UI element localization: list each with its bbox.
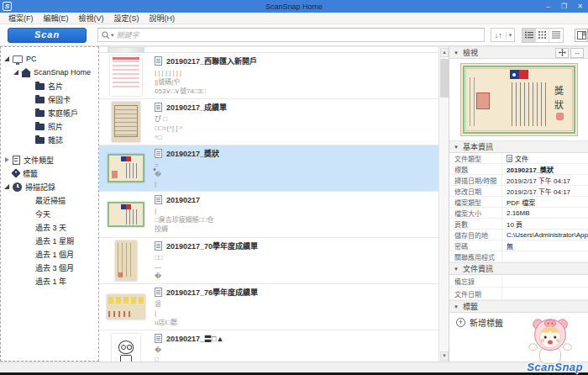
menu-item-edit[interactable]: 編輯(E)	[39, 13, 74, 24]
pan-tool-button[interactable]	[555, 48, 569, 58]
collapse-triangle-icon[interactable]: ▼	[454, 50, 459, 55]
sidebar-folder-household[interactable]: 家庭帳戶	[1, 106, 98, 119]
item-title: 20190217_獎狀	[166, 148, 219, 159]
red-seal-graphic	[476, 92, 490, 109]
sidebar-folder-business-cards[interactable]: 名片	[1, 79, 98, 92]
list-scrollbar[interactable]: ▲ ▼	[438, 47, 449, 362]
menu-item-file[interactable]: 檔案(F)	[3, 13, 39, 24]
sort-caret-icon[interactable]: ▾	[506, 32, 515, 39]
info-value: 2019/2/17 下午 04:17	[501, 186, 588, 196]
document-info-section-header[interactable]: ▼ 文件資訊	[449, 262, 588, 275]
expander-closed-icon[interactable]	[3, 157, 10, 162]
expander-open-icon[interactable]	[13, 70, 19, 75]
item-body: 20190217 | □臭吉珍疲縐賬□□仓 挍縟	[155, 195, 449, 234]
sidebar-folder-magazines[interactable]: 雜誌	[1, 133, 98, 146]
info-label: 關聯應用程式	[449, 252, 501, 261]
scroll-up-icon[interactable]: ▲	[440, 48, 449, 57]
document-preview[interactable]: 獎狀	[449, 59, 588, 140]
item-body: 20190217_西聯匯入新開戶 | | | | | | | | ||號碼|や …	[155, 55, 449, 96]
basic-info-section-header[interactable]: ▼ 基本資訊	[449, 140, 588, 153]
basic-info-table: 文件類型 文件 標題 20190217_獎狀 掃描日期/時間 2019/2/17…	[449, 153, 588, 262]
info-value[interactable]	[501, 275, 588, 287]
view-detail-button[interactable]	[549, 29, 563, 42]
folder-icon	[35, 124, 45, 130]
tags-section-header[interactable]: ▼ 標籤	[449, 300, 588, 313]
sidebar-item-tags[interactable]: 標籤	[1, 166, 98, 180]
add-tag-button[interactable]: + 新增標籤	[449, 313, 588, 331]
titlebar[interactable]: S ScanSnap Home – ❐ ✕	[0, 0, 588, 13]
sidebar-item-scansnap-home[interactable]: ScanSnap Home	[1, 66, 98, 79]
list-item[interactable]: 20190217_西聯匯入新開戶 | | | | | | | | ||號碼|や …	[99, 53, 449, 99]
list-item[interactable]: 20190217_70學年度成績單 □□ — �	[99, 238, 449, 284]
list-item[interactable]: 20190217 | □臭吉珍疲縐賬□□仓 挍縟	[99, 192, 449, 238]
info-value[interactable]	[501, 288, 588, 299]
sidebar-item-past-1-week[interactable]: 過去 1 星期	[1, 234, 98, 247]
restore-button[interactable]: ❐	[556, 0, 572, 13]
document-icon	[155, 241, 162, 251]
preview-section-header[interactable]: ▼ 檢視 ↔	[449, 46, 588, 59]
item-caret-icon[interactable]: ▼	[152, 167, 157, 172]
collapse-triangle-icon[interactable]: ▼	[454, 304, 459, 309]
ocr-line: =	[155, 161, 449, 170]
ocr-line: |	[155, 206, 449, 215]
list-item-selected[interactable]: 20190217_獎狀 = � | ▼	[99, 145, 449, 192]
close-button[interactable]: ✕	[572, 0, 588, 13]
thumbnail-wrap	[104, 240, 148, 281]
menu-item-help[interactable]: 說明(H)	[144, 13, 181, 24]
search-box[interactable]: ▾	[97, 28, 485, 42]
section-title: 檢視	[463, 47, 478, 58]
certificate-title-text: 獎狀	[552, 86, 565, 114]
search-options-caret-icon[interactable]: ▾	[111, 32, 114, 39]
fit-width-button[interactable]: ↔	[570, 48, 584, 58]
sidebar-item-past-3-days[interactable]: 過去 3 天	[1, 220, 98, 234]
sidebar-item-past-1-month[interactable]: 過去 1 個月	[1, 247, 98, 261]
expander-open-icon[interactable]	[3, 56, 10, 61]
scan-button[interactable]: Scan	[8, 28, 87, 43]
item-body: 20190217_70學年度成績單 □□ — �	[155, 240, 449, 281]
plus-circle-icon: +	[456, 318, 465, 327]
window-title: ScanSnap Home	[0, 3, 588, 11]
sidebar-item-recent-scans[interactable]: 最近掃描	[1, 193, 98, 207]
sidebar-item-past-1-year[interactable]: 過去 1 年	[1, 274, 98, 288]
list-item[interactable]: 20190217_成績單 ぴ □ □□=(^] ] ^ ^□	[99, 99, 449, 145]
sidebar-item-past-3-months[interactable]: 過去 3 個月	[1, 261, 98, 274]
view-list-button[interactable]	[522, 29, 536, 42]
sidebar-item-today[interactable]: 今天	[1, 207, 98, 220]
expander-open-icon[interactable]	[3, 184, 10, 189]
minimize-button[interactable]: –	[540, 0, 556, 13]
sort-button[interactable]: ↓↑ ▾	[491, 28, 516, 42]
info-row: 標題 20190217_獎狀	[449, 164, 588, 175]
menu-item-view[interactable]: 檢視(V)	[74, 13, 109, 24]
sidebar-folder-photos[interactable]: 照片	[1, 119, 98, 133]
ocr-line: 挍縟	[155, 224, 449, 234]
ocr-line: □□=(^] ] ^	[155, 124, 449, 133]
info-label: 儲存目的地	[449, 230, 501, 240]
scroll-down-icon[interactable]: ▼	[440, 351, 449, 361]
partial-list-item[interactable]	[99, 47, 449, 53]
sidebar-item-label: PC	[26, 55, 37, 63]
toggle-side-panel-button[interactable]	[575, 29, 588, 42]
document-icon	[155, 288, 162, 297]
list-item[interactable]: 20190217_76學年度成績單 竖 | u店i□腮	[99, 284, 449, 330]
sidebar-folder-warranty[interactable]: 保固卡	[1, 92, 98, 106]
collapse-triangle-icon[interactable]: ▼	[454, 145, 459, 150]
view-thumbnail-button[interactable]	[536, 29, 549, 42]
detail-view-icon	[552, 31, 560, 39]
list-item[interactable]: 20190217_〓□▲ � □ -0□ i] ф/□□	[99, 330, 449, 362]
document-thumbnail	[115, 240, 137, 281]
sidebar-item-scan-history[interactable]: 掃描記錄	[1, 180, 98, 193]
search-input[interactable]	[117, 31, 480, 40]
sidebar-item-label: 照片	[48, 121, 63, 132]
item-body: 20190217_獎狀 = � |	[155, 148, 449, 188]
sidebar-item-label: 過去 3 天	[35, 222, 66, 233]
thumbnail-wrap	[104, 154, 148, 182]
scrollbar-thumb[interactable]	[440, 59, 449, 98]
sidebar-item-document-types[interactable]: 文件類型	[1, 153, 98, 166]
panel-layout-icon	[577, 31, 586, 40]
info-value: 無	[501, 240, 588, 251]
menu-item-settings[interactable]: 設定(S)	[109, 13, 144, 24]
info-row: 備忘錄	[449, 275, 588, 288]
collapse-triangle-icon[interactable]: ▼	[454, 267, 459, 272]
info-value	[501, 251, 588, 261]
sidebar-item-pc[interactable]: PC	[1, 52, 98, 66]
